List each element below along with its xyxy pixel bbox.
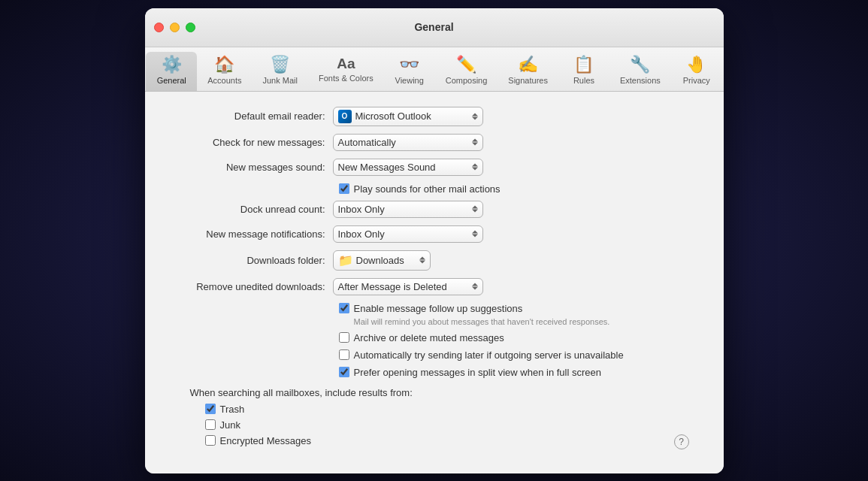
archive-delete-checkbox[interactable] (339, 332, 349, 343)
search-encrypted-row: Encrypted Messages (205, 435, 701, 446)
maximize-button[interactable] (186, 23, 195, 32)
accounts-icon: 🏠 (214, 56, 234, 73)
search-encrypted-label: Encrypted Messages (220, 435, 311, 446)
auto-retry-label: Automatically try sending later if outgo… (354, 349, 624, 361)
search-junk-checkbox[interactable] (205, 419, 216, 430)
tab-junk-mail[interactable]: 🗑️ Junk Mail (252, 52, 307, 91)
tab-rules[interactable]: 📋 Rules (558, 52, 609, 91)
search-trash-row: Trash (205, 404, 701, 415)
chevron-icon (472, 139, 478, 146)
window-title: General (414, 21, 453, 33)
content-area: Default email reader: O Microsoft Outloo… (145, 92, 724, 473)
viewing-icon: 👓 (399, 56, 419, 73)
tab-signatures-label: Signatures (508, 76, 548, 85)
prefer-split-view-row: Prefer opening messages in split view wh… (168, 367, 701, 378)
tab-composing-label: Composing (446, 76, 488, 85)
search-section: When searching all mailboxes, include re… (168, 386, 701, 446)
default-email-reader-label: Default email reader: (168, 110, 333, 122)
check-new-messages-label: Check for new messages: (168, 137, 333, 148)
search-junk-label: Junk (220, 419, 240, 431)
search-encrypted-checkbox[interactable] (205, 435, 216, 446)
chevron-icon (472, 206, 478, 213)
minimize-button[interactable] (170, 23, 180, 32)
extensions-icon: 🔧 (630, 56, 650, 73)
chevron-icon (472, 164, 478, 171)
prefer-split-view-checkbox[interactable] (339, 367, 349, 377)
remove-unedited-downloads-row: Remove unedited downloads: After Message… (168, 278, 701, 295)
gear-icon: ⚙️ (162, 56, 182, 73)
content-wrapper: Default email reader: O Microsoft Outloo… (168, 107, 701, 458)
archive-delete-label: Archive or delete muted messages (354, 332, 504, 343)
remove-unedited-downloads-select[interactable]: After Message is Deleted (333, 278, 483, 295)
prefer-split-view-label: Prefer opening messages in split view wh… (354, 367, 602, 378)
remove-unedited-downloads-control: After Message is Deleted (333, 278, 483, 295)
play-sounds-checkbox[interactable] (339, 183, 349, 194)
tab-general[interactable]: ⚙️ General (146, 52, 197, 91)
downloads-folder-label: Downloads folder: (168, 255, 333, 266)
play-sounds-label: Play sounds for other mail actions (354, 183, 501, 195)
new-message-notifications-value: Inbox Only (338, 228, 385, 240)
tab-extensions-label: Extensions (620, 76, 661, 85)
enable-follow-up-row: Enable message follow up suggestions (168, 303, 701, 314)
tab-composing[interactable]: ✏️ Composing (435, 52, 498, 91)
rules-icon: 📋 (573, 56, 594, 73)
chevron-icon (419, 257, 425, 264)
privacy-icon: 🤚 (686, 56, 706, 73)
composing-icon: ✏️ (456, 56, 476, 73)
signatures-icon: ✍️ (518, 56, 538, 73)
auto-retry-row: Automatically try sending later if outgo… (168, 349, 701, 361)
downloads-folder-select[interactable]: 📁 Downloads (333, 250, 431, 271)
downloads-folder-control: 📁 Downloads (333, 250, 431, 271)
new-message-notifications-select[interactable]: Inbox Only (333, 225, 483, 243)
default-email-reader-select[interactable]: O Microsoft Outlook (333, 107, 483, 126)
dock-unread-count-row: Dock unread count: Inbox Only (168, 201, 701, 218)
search-junk-row: Junk (205, 419, 701, 431)
new-messages-sound-label: New messages sound: (168, 162, 333, 173)
downloads-folder-row: Downloads folder: 📁 Downloads (168, 250, 701, 271)
new-messages-sound-row: New messages sound: New Messages Sound (168, 159, 701, 176)
enable-follow-up-checkbox[interactable] (339, 303, 349, 313)
archive-delete-row: Archive or delete muted messages (168, 332, 701, 343)
new-messages-sound-value: New Messages Sound (338, 162, 436, 173)
check-new-messages-control: Automatically (333, 134, 483, 151)
dock-unread-count-select[interactable]: Inbox Only (333, 201, 483, 218)
help-button[interactable]: ? (674, 434, 689, 449)
main-window: General ⚙️ General 🏠 Accounts 🗑️ Junk Ma… (145, 8, 724, 473)
tab-privacy[interactable]: 🤚 Privacy (671, 52, 722, 91)
remove-unedited-downloads-value: After Message is Deleted (338, 281, 447, 292)
check-new-messages-row: Check for new messages: Automatically (168, 134, 701, 151)
tab-signatures[interactable]: ✍️ Signatures (498, 52, 558, 91)
search-trash-checkbox[interactable] (205, 404, 216, 414)
tab-privacy-label: Privacy (683, 76, 710, 85)
chevron-icon (472, 283, 478, 290)
close-button[interactable] (154, 23, 164, 32)
tab-fonts-colors-label: Fonts & Colors (319, 74, 374, 83)
tab-junk-mail-label: Junk Mail (262, 76, 297, 85)
titlebar: General (145, 8, 724, 47)
enable-follow-up-label: Enable message follow up suggestions (354, 303, 523, 314)
tab-extensions[interactable]: 🔧 Extensions (609, 52, 671, 91)
folder-icon: 📁 (338, 253, 353, 268)
search-trash-label: Trash (220, 404, 245, 415)
dock-unread-count-control: Inbox Only (333, 201, 483, 218)
tab-accounts[interactable]: 🏠 Accounts (197, 52, 252, 91)
default-email-reader-value: Microsoft Outlook (355, 110, 431, 122)
new-messages-sound-control: New Messages Sound (333, 159, 483, 176)
tab-accounts-label: Accounts (207, 76, 241, 85)
auto-retry-checkbox[interactable] (339, 349, 349, 360)
default-email-reader-row: Default email reader: O Microsoft Outloo… (168, 107, 701, 126)
default-email-reader-control: O Microsoft Outlook (333, 107, 483, 126)
tab-general-label: General (157, 76, 186, 85)
tab-viewing[interactable]: 👓 Viewing (384, 52, 435, 91)
new-messages-sound-select[interactable]: New Messages Sound (333, 159, 483, 176)
search-items: Trash Junk Encrypted Messages (190, 404, 701, 446)
new-message-notifications-row: New message notifications: Inbox Only (168, 225, 701, 243)
chevron-icon (472, 113, 478, 119)
downloads-folder-value: Downloads (356, 255, 404, 266)
dock-unread-count-value: Inbox Only (338, 204, 385, 215)
tab-fonts-colors[interactable]: Aa Fonts & Colors (308, 52, 384, 91)
fonts-icon: Aa (337, 56, 355, 71)
tab-rules-label: Rules (573, 76, 594, 85)
check-new-messages-select[interactable]: Automatically (333, 134, 483, 151)
chevron-icon (472, 231, 478, 237)
